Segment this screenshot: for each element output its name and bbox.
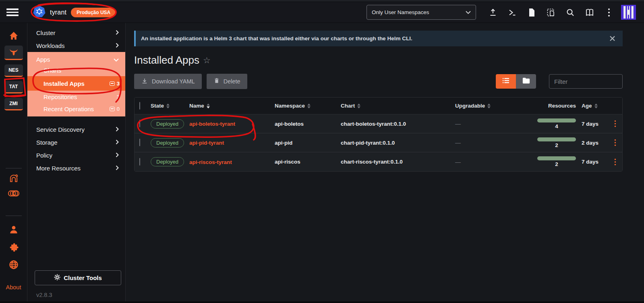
docs-book-icon[interactable] <box>580 4 599 21</box>
sidebar-item-label: More Resources <box>36 165 81 172</box>
project-badge-zmi[interactable]: ZMI <box>4 98 23 110</box>
cluster-tools-label: Cluster Tools <box>64 274 102 281</box>
project-badge-nes[interactable]: NES <box>4 64 23 77</box>
row-kebab-menu-icon[interactable] <box>607 133 623 152</box>
trash-icon <box>213 77 220 85</box>
table-row: Deployed api-riscos-tyrant api-riscos ch… <box>135 152 622 171</box>
fleet-coils-icon[interactable] <box>8 189 20 199</box>
sort-icon <box>307 104 311 108</box>
header-kebab-menu-icon[interactable] <box>599 4 619 21</box>
select-all-checkbox[interactable] <box>139 102 140 110</box>
sidebar-item-apps[interactable]: Apps <box>27 52 125 64</box>
count-value: 3 <box>117 94 120 100</box>
import-yaml-icon[interactable] <box>541 4 561 21</box>
sidebar-item-cluster[interactable]: Cluster <box>27 26 125 39</box>
project-badge-tat[interactable]: TAT <box>4 81 23 93</box>
count-value: 3 <box>117 81 120 87</box>
users-icon[interactable] <box>8 224 19 237</box>
sidebar-item-label: Service Discovery <box>36 126 85 133</box>
sidebar-item-more-resources[interactable]: More Resources <box>27 162 125 174</box>
column-header-state[interactable]: State <box>151 103 189 109</box>
app-name-link[interactable]: api-boletos-tyrant <box>189 121 235 127</box>
resources-count: 2 <box>555 161 558 167</box>
cluster-bull-icon[interactable] <box>4 46 23 60</box>
filter-input[interactable] <box>549 74 623 89</box>
environment-badge: Produção USA <box>71 8 116 17</box>
row-checkbox[interactable] <box>139 158 140 166</box>
top-header-bar: tyrant Produção USA Only User Namespaces <box>0 2 644 23</box>
view-toggle <box>496 74 536 89</box>
namespace-cell: api-boletos <box>275 121 341 127</box>
count-value: 0 <box>117 106 120 112</box>
table-row: Deployed api-pid-tyrant api-pid chart-pi… <box>135 133 622 152</box>
row-checkbox[interactable] <box>139 120 140 127</box>
sidebar-item-storage[interactable]: Storage <box>27 136 125 149</box>
chart-cell: chart-boletos-tyrant:0.1.0 <box>341 121 455 127</box>
sidebar-item-service-discovery[interactable]: Service Discovery <box>27 123 125 136</box>
about-link[interactable]: About <box>6 284 21 291</box>
sidebar-item-recent-operations[interactable]: Recent Operations 0 <box>27 103 125 115</box>
app-name-link[interactable]: api-riscos-tyrant <box>189 159 232 165</box>
sort-icon <box>166 104 170 108</box>
column-header-upgradable[interactable]: Upgradable <box>455 103 516 109</box>
list-view-button[interactable] <box>496 74 516 89</box>
column-header-namespace[interactable]: Namespace <box>275 103 341 109</box>
resources-count: 4 <box>555 123 558 129</box>
sidebar-item-label: Cluster <box>36 29 56 36</box>
upload-icon[interactable] <box>483 4 503 21</box>
resources-bar <box>537 156 576 160</box>
sidebar-item-policy[interactable]: Policy <box>27 149 125 162</box>
folder-view-button[interactable] <box>516 74 536 89</box>
sort-icon <box>357 104 360 108</box>
row-kebab-menu-icon[interactable] <box>607 152 623 171</box>
favorite-star-icon[interactable]: ☆ <box>203 56 211 65</box>
chevron-right-icon <box>116 42 119 49</box>
namespace-cell: api-pid <box>275 140 341 146</box>
sidebar-item-label: Apps <box>36 56 50 63</box>
extensions-puzzle-icon[interactable] <box>8 242 19 255</box>
sidebar-item-label: Charts <box>43 67 61 74</box>
resources-bar <box>537 118 576 122</box>
kubeconfig-file-icon[interactable] <box>522 4 541 21</box>
globe-icon[interactable] <box>8 259 19 272</box>
upgradable-cell: — <box>455 159 516 165</box>
namespace-filter-select[interactable]: Only User Namespaces <box>367 5 476 20</box>
column-header-age[interactable]: Age <box>582 103 607 109</box>
column-header-chart[interactable]: Chart <box>341 103 455 109</box>
bottom-edge-strip <box>0 301 644 303</box>
hamburger-menu-icon[interactable] <box>6 6 21 19</box>
sidebar-item-label: Installed Apps <box>43 80 85 87</box>
table-header-row: State Name Namespace Chart <box>135 98 622 114</box>
rancher-app: tyrant Produção USA Only User Namespaces <box>0 0 644 303</box>
cluster-tools-button[interactable]: Cluster Tools <box>35 270 121 285</box>
harvester-icon[interactable] <box>8 173 19 185</box>
folder-icon <box>522 77 530 85</box>
kubectl-shell-icon[interactable] <box>503 4 522 21</box>
sidebar-item-repositories[interactable]: Repositories 3 <box>27 91 125 103</box>
upgradable-cell: — <box>455 120 516 127</box>
recent-operations-count: 0 <box>110 106 120 112</box>
column-header-name[interactable]: Name <box>189 103 275 109</box>
close-icon[interactable] <box>607 34 617 44</box>
row-kebab-menu-icon[interactable] <box>607 114 623 133</box>
sidebar-item-installed-apps[interactable]: Installed Apps 3 <box>27 76 125 91</box>
user-avatar[interactable] <box>621 5 636 20</box>
main-content: An installed application is a Helm 3 cha… <box>126 23 644 303</box>
sidebar-item-workloads[interactable]: Workloads <box>27 39 125 52</box>
resources-count: 2 <box>555 142 558 148</box>
sort-icon <box>487 104 491 108</box>
header-icon-group <box>483 4 619 21</box>
search-icon[interactable] <box>561 4 580 21</box>
cluster-name: tyrant <box>50 9 66 16</box>
home-icon[interactable] <box>8 30 20 43</box>
cluster-brand[interactable]: tyrant Produção USA <box>33 5 116 19</box>
delete-button[interactable]: Delete <box>207 74 247 89</box>
sidebar-item-charts[interactable]: Charts <box>27 64 125 76</box>
namespace-filter-value: Only User Namespaces <box>372 9 429 15</box>
installed-apps-table: State Name Namespace Chart <box>134 97 623 172</box>
row-checkbox[interactable] <box>139 139 140 146</box>
download-yaml-button[interactable]: Download YAML <box>134 74 202 89</box>
sort-icon <box>594 104 598 108</box>
chart-cell: chart-pid-tyrant:0.1.0 <box>341 140 455 146</box>
app-name-link[interactable]: api-pid-tyrant <box>189 140 224 146</box>
